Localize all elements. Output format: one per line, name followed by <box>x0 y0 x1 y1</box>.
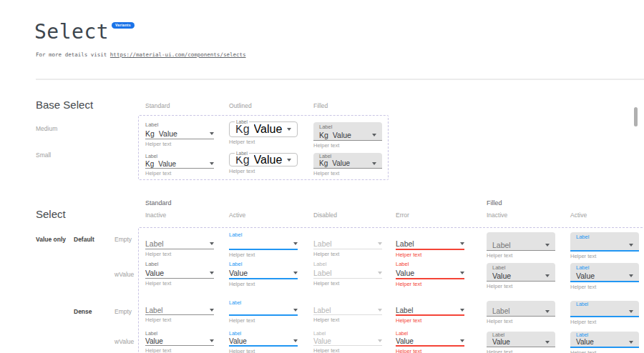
select-story-box <box>138 227 644 353</box>
dropdown-arrow-icon <box>629 244 633 247</box>
header-divider <box>36 79 644 80</box>
dropdown-arrow-icon <box>545 244 550 247</box>
select-standard-error-empty[interactable]: Label Helper text <box>396 232 464 258</box>
select-dense-standard-active-empty[interactable]: Label Helper text <box>229 299 298 324</box>
helper-text: Helper text <box>396 349 464 353</box>
row-group-default: Default <box>74 236 94 243</box>
select-filled-active-wvalue[interactable]: Label Value Helper text <box>570 263 639 290</box>
field-label: Label <box>576 234 633 240</box>
field-value: Value <box>492 272 542 280</box>
dropdown-arrow-icon <box>210 339 214 342</box>
select-dense-filled-inactive-wvalue[interactable]: Label Value Helper text <box>487 332 555 353</box>
select-dense-standard-disabled-wvalue[interactable]: Label Value Helper text <box>313 330 382 353</box>
field-underline <box>229 278 298 279</box>
helper-text: Helper text <box>313 171 382 176</box>
material-ui-link[interactable]: https://material-ui.com/components/selec… <box>110 51 246 58</box>
helper-text: Helper text <box>570 350 639 353</box>
base-select-outlined-medium[interactable]: Label KgValue Helper text <box>229 119 298 145</box>
select-filled-inactive-wvalue[interactable]: Label Value Helper text <box>487 263 555 289</box>
field-underline <box>145 139 214 139</box>
field-label: Label <box>319 154 376 159</box>
dropdown-arrow-icon <box>372 134 376 136</box>
dropdown-arrow-icon <box>293 242 298 245</box>
helper-text: Helper text <box>145 252 214 257</box>
select-standard-error-wvalue[interactable]: Label Value Helper text <box>396 261 464 287</box>
base-select-standard-medium[interactable]: Label KgValue Helper text <box>145 121 214 147</box>
select-dense-filled-active-empty[interactable]: Label Helper text <box>570 301 639 325</box>
filled-field-box: Label KgValue <box>313 122 382 141</box>
select-standard-inactive-empty[interactable]: Label Helper text <box>145 232 214 257</box>
field-underline <box>145 168 214 169</box>
intro-text: For more details visit https://material-… <box>36 51 246 58</box>
dropdown-arrow-icon <box>545 274 550 277</box>
base-select-filled-small[interactable]: Label KgValue Helper text <box>313 153 382 176</box>
dropdown-arrow-icon <box>378 309 382 312</box>
dropdown-arrow-icon <box>545 310 550 313</box>
field-value: Value <box>229 269 291 277</box>
select-standard-active-wvalue[interactable]: Label Value Helper text <box>229 261 298 287</box>
field-underline <box>313 249 382 249</box>
field-value: Value <box>332 159 369 167</box>
field-underline <box>396 314 464 316</box>
filled-field-box: Label <box>570 301 639 317</box>
field-value: Value <box>254 123 284 136</box>
field-value: Value <box>576 272 626 280</box>
select-standard-disabled-wvalue[interactable]: Label Label Helper text <box>313 261 382 287</box>
field-adornment: Kg <box>319 159 328 167</box>
field-placeholder: Label <box>492 241 542 249</box>
helper-text: Helper text <box>145 141 214 147</box>
base-select-standard-small[interactable]: Label KgValue Helper text <box>145 153 214 176</box>
column-header-filled-active: Active <box>570 212 587 219</box>
select-dense-standard-inactive-empty[interactable]: Label Helper text <box>145 299 214 323</box>
field-label <box>313 299 382 306</box>
field-value: Value <box>229 337 291 345</box>
field-placeholder: Label <box>492 307 542 315</box>
dropdown-arrow-icon <box>378 242 382 245</box>
select-dense-filled-active-wvalue[interactable]: Label Value Helper text <box>570 332 639 353</box>
base-select-filled-medium[interactable]: Label KgValue Helper text <box>313 122 382 149</box>
dropdown-arrow-icon <box>378 339 382 342</box>
vertical-scrollbar-thumb[interactable] <box>634 107 638 126</box>
dropdown-arrow-icon <box>629 274 633 277</box>
field-placeholder: Label <box>313 239 375 248</box>
field-underline <box>313 345 382 346</box>
row-label-medium: Medium <box>36 125 57 132</box>
field-label: Label <box>145 330 214 337</box>
filled-field-box: Label KgValue <box>313 153 382 169</box>
field-label <box>145 232 214 239</box>
intro-prefix: For more details visit <box>36 51 110 58</box>
field-underline <box>145 314 214 315</box>
helper-text: Helper text <box>487 253 555 259</box>
dropdown-arrow-icon <box>210 132 214 135</box>
select-dense-standard-active-wvalue[interactable]: Label Value Helper text <box>229 330 298 353</box>
field-label: Label <box>235 119 249 125</box>
base-select-outlined-small[interactable]: Label KgValue Helper text <box>229 151 298 174</box>
field-label <box>145 299 214 306</box>
helper-text: Helper text <box>396 318 464 324</box>
helper-text: Helper text <box>229 252 298 258</box>
column-header-std-inactive: Inactive <box>145 212 166 219</box>
select-dense-standard-error-empty[interactable]: Label Helper text <box>396 299 464 324</box>
dropdown-arrow-icon <box>210 242 214 245</box>
select-standard-inactive-wvalue[interactable]: Label Value Helper text <box>145 261 214 287</box>
select-dense-standard-error-wvalue[interactable]: Label Value Helper text <box>396 330 464 353</box>
column-header-filled-inactive: Inactive <box>487 212 507 219</box>
select-dense-standard-disabled-empty[interactable]: Label Helper text <box>313 299 382 323</box>
page-title: Select <box>34 20 109 44</box>
filled-field-box: Label <box>487 301 555 317</box>
field-underline <box>229 249 298 250</box>
field-label: Label <box>313 261 382 268</box>
select-standard-active-empty[interactable]: Label Helper text <box>229 232 298 258</box>
field-placeholder: Label <box>396 239 457 248</box>
field-label <box>492 302 550 307</box>
field-placeholder: Label <box>145 239 207 248</box>
select-standard-disabled-empty[interactable]: Label Helper text <box>313 232 382 257</box>
dropdown-arrow-icon <box>545 341 550 344</box>
field-label: Label <box>396 330 464 337</box>
dropdown-arrow-icon <box>460 309 464 312</box>
select-filled-inactive-empty[interactable]: Label Helper text <box>487 232 555 259</box>
select-dense-standard-inactive-wvalue[interactable]: Label Value Helper text <box>145 330 214 353</box>
group-header-filled: Filled <box>487 199 502 207</box>
select-filled-active-empty[interactable]: Label Helper text <box>570 232 639 259</box>
select-dense-filled-inactive-empty[interactable]: Label Helper text <box>487 301 555 324</box>
